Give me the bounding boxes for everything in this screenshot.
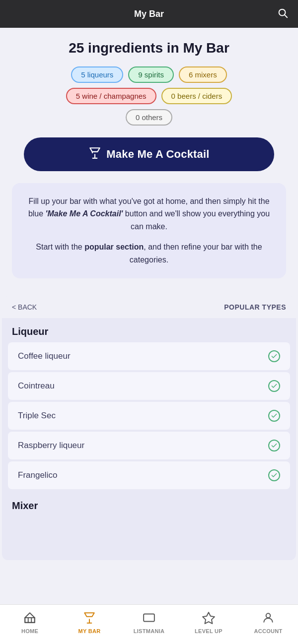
item-name: Triple Sec <box>18 411 56 421</box>
info-popular-bold: popular section <box>84 243 144 251</box>
cocktail-glass-icon <box>88 146 101 162</box>
nav-home-label: HOME <box>21 628 38 634</box>
nav-account-label: ACCOUNT <box>254 628 282 634</box>
list-item[interactable]: Frangelico <box>8 461 290 489</box>
list-item[interactable]: Coffee liqueur <box>8 342 290 370</box>
list-item[interactable]: Raspberry liqueur <box>8 432 290 459</box>
tag-spirits[interactable]: 9 spirits <box>128 66 174 83</box>
nav-levelup[interactable]: LEVEL UP <box>179 611 238 634</box>
list-item[interactable]: Triple Sec <box>8 402 290 430</box>
tag-mixers[interactable]: 6 mixers <box>179 66 227 83</box>
info-bold-text: 'Make Me A Cocktail' <box>46 209 123 218</box>
list-section: < BACK POPULAR TYPES Liqueur Coffee liqu… <box>2 296 296 560</box>
info-paragraph-1: Fill up your bar with what you've got at… <box>22 195 276 233</box>
back-button[interactable]: < BACK <box>12 303 37 311</box>
svg-marker-5 <box>203 612 215 624</box>
tags-row-2: 5 wine / champagnes 0 beers / ciders <box>66 88 232 104</box>
check-icon <box>268 469 280 481</box>
tag-liqueurs[interactable]: 5 liqueurs <box>71 66 123 83</box>
check-icon <box>268 410 280 422</box>
info-box: Fill up your bar with what you've got at… <box>12 183 286 278</box>
info-paragraph-2: Start with the popular section, and then… <box>22 241 276 266</box>
search-icon[interactable] <box>277 7 288 21</box>
listmania-icon <box>143 611 155 626</box>
check-icon <box>268 350 280 362</box>
bottom-nav: HOME MY BAR LISTMANIA LEVEL UP <box>0 604 298 644</box>
category-mixer-header: Mixer <box>2 490 296 515</box>
tag-wine[interactable]: 5 wine / champagnes <box>66 88 156 104</box>
svg-rect-3 <box>25 618 35 623</box>
nav-levelup-label: LEVEL UP <box>195 628 223 634</box>
mybar-icon <box>83 611 96 626</box>
svg-line-2 <box>92 151 93 152</box>
tags-row-3: 0 others <box>126 109 172 126</box>
ingredients-title: 25 ingredients in My Bar <box>10 40 288 57</box>
nav-mybar-label: MY BAR <box>78 628 101 634</box>
svg-rect-4 <box>144 614 154 621</box>
list-item[interactable]: Cointreau <box>8 372 290 400</box>
item-name: Frangelico <box>18 470 57 480</box>
home-icon <box>23 611 36 626</box>
nav-home[interactable]: HOME <box>0 611 60 634</box>
header-title: My Bar <box>134 9 164 19</box>
category-liqueur-header: Liqueur <box>2 318 296 341</box>
nav-account[interactable]: ACCOUNT <box>238 611 298 634</box>
tags-container: 5 liqueurs 9 spirits 6 mixers 5 wine / c… <box>10 66 288 126</box>
svg-line-1 <box>285 15 287 17</box>
check-icon <box>268 380 280 392</box>
item-name: Coffee liqueur <box>18 351 71 361</box>
item-name: Cointreau <box>18 381 55 391</box>
nav-listmania[interactable]: LISTMANIA <box>119 611 179 634</box>
list-nav: < BACK POPULAR TYPES <box>2 296 296 318</box>
account-icon <box>262 611 275 626</box>
make-cocktail-button[interactable]: Make Me A Cocktail <box>24 137 274 171</box>
nav-mybar[interactable]: MY BAR <box>60 611 119 634</box>
nav-listmania-label: LISTMANIA <box>134 628 165 634</box>
tag-others[interactable]: 0 others <box>126 109 172 126</box>
check-icon <box>268 440 280 451</box>
tags-row-1: 5 liqueurs 9 spirits 6 mixers <box>71 66 226 83</box>
svg-point-6 <box>266 613 271 618</box>
popular-types-button[interactable]: POPULAR TYPES <box>224 303 286 311</box>
levelup-icon <box>202 611 215 626</box>
tag-beers[interactable]: 0 beers / ciders <box>161 88 232 104</box>
app-header: My Bar <box>0 0 298 28</box>
cta-label: Make Me A Cocktail <box>106 148 209 161</box>
item-name: Raspberry liqueur <box>18 441 84 451</box>
main-content: 25 ingredients in My Bar 5 liqueurs 9 sp… <box>0 28 298 296</box>
